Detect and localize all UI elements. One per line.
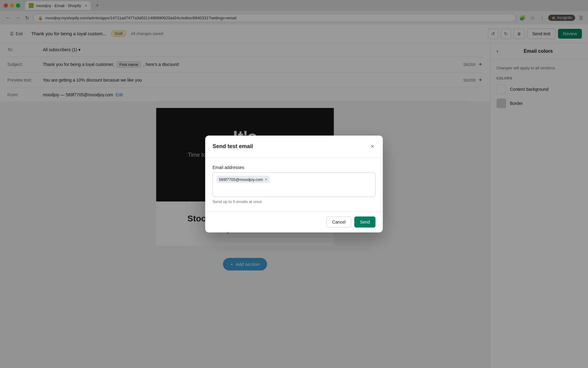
modal-close-button[interactable]: × xyxy=(369,142,375,151)
modal-field-label: Email addresses xyxy=(213,165,375,170)
modal-footer: Cancel Send xyxy=(205,211,383,232)
email-tag-text: 569f7705@moodjoy.com xyxy=(219,177,263,182)
modal-title: Send test email xyxy=(213,143,253,150)
email-addresses-input[interactable]: 569f7705@moodjoy.com × xyxy=(213,172,375,197)
modal-header: Send test email × xyxy=(205,136,383,158)
remove-email-tag-icon[interactable]: × xyxy=(265,177,267,182)
modal-hint: Send up to 5 emails at once xyxy=(213,199,375,204)
send-button[interactable]: Send xyxy=(354,217,375,228)
modal-overlay[interactable]: Send test email × Email addresses 569f77… xyxy=(0,0,588,368)
cancel-button[interactable]: Cancel xyxy=(326,217,352,228)
modal-body: Email addresses 569f7705@moodjoy.com × S… xyxy=(205,158,383,211)
email-tag: 569f7705@moodjoy.com × xyxy=(217,176,270,183)
send-test-modal: Send test email × Email addresses 569f77… xyxy=(205,136,383,232)
